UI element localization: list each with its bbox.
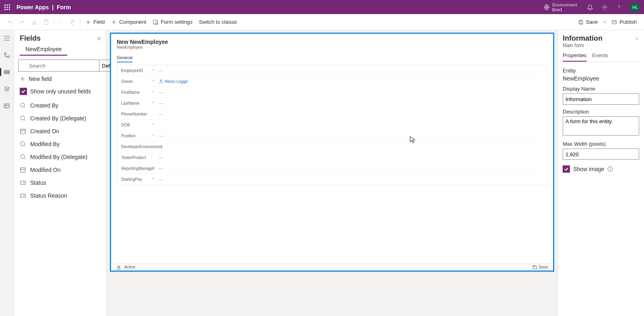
prop-maxwidth-input[interactable] [563,149,639,160]
svg-rect-5 [9,6,10,8]
field-list-item[interactable]: Created By [14,99,106,112]
app-header: Power Apps | Form Environment Env1 HL [0,0,644,14]
lookup-icon [20,115,26,122]
checkbox-checked-icon [20,88,27,95]
svg-rect-1 [6,4,8,6]
cut-button[interactable] [28,16,40,29]
form-field-row[interactable]: Owner*Henry Legge [121,76,543,87]
field-label: ReportingManager [121,166,153,171]
field-value: --- [159,134,163,138]
rail-data[interactable] [0,100,14,112]
field-list-label: Modified By (Delegate) [30,154,87,160]
props-tab-events[interactable]: Events [592,52,608,62]
notifications-button[interactable] [583,0,597,14]
field-list-item[interactable]: Modified By (Delegate) [14,151,106,163]
undo-icon [7,19,13,25]
choice-icon [20,192,26,199]
field-list-item[interactable]: Created On [14,125,106,138]
prop-description-label: Description [563,109,639,115]
fields-panel-close[interactable] [97,36,101,41]
canvas-form-body[interactable]: EmployeeID*---Owner*Henry LeggeFirstName… [117,65,547,185]
delete-button[interactable] [66,16,78,29]
fields-entity-tab[interactable]: NewEmployee [20,44,67,56]
rail-fields[interactable] [0,66,14,78]
show-unused-toggle[interactable]: Show only unused fields [14,86,106,99]
form-field-row[interactable]: Position*--- [121,130,543,141]
chevron-right-icon [634,36,639,41]
svg-point-27 [21,142,25,146]
add-field-button[interactable]: Field [82,16,108,29]
field-label: DeveloperEnvironment [121,145,153,149]
fields-icon [4,69,10,75]
field-list-item[interactable]: Modified By [14,138,106,151]
field-list-item[interactable]: Created By (Delegate) [14,112,106,125]
paste-button[interactable] [40,16,52,29]
form-field-row[interactable]: LastName*--- [121,98,543,109]
info-icon [607,166,613,172]
avatar[interactable]: HL [630,2,640,12]
fields-search-input[interactable] [18,60,99,72]
form-field-row[interactable]: ReportingManager*--- [121,163,543,174]
field-list-label: Status Reason [30,192,67,199]
environment-picker[interactable]: Environment Env1 [543,2,583,12]
field-list-item[interactable]: Modified On [14,163,106,176]
svg-rect-4 [6,6,8,8]
save-button[interactable]: Save [575,16,601,29]
fields-panel-title: Fields [20,34,41,43]
redo-button[interactable] [16,16,28,29]
switch-classic-button[interactable]: Switch to classic [196,16,240,29]
form-field-row[interactable]: EmployeeID*--- [121,65,543,76]
lock-icon [116,265,121,270]
prop-description-input[interactable] [563,116,639,136]
svg-rect-31 [21,194,25,197]
cut-icon [31,19,37,25]
prop-showimage-toggle[interactable]: Show image [563,165,639,173]
publish-button[interactable]: Publish [608,16,640,29]
lookup-icon [20,154,26,160]
new-field-button[interactable]: New field [14,72,106,86]
field-label: StartingPay [121,177,153,182]
required-marker: * [153,68,159,73]
rail-components[interactable] [0,83,14,95]
rail-hamburger[interactable] [0,33,14,44]
svg-point-28 [21,155,25,159]
form-field-row[interactable]: StartingPay*--- [121,174,543,185]
field-list-item[interactable]: Status Reason [14,189,106,202]
svg-rect-30 [21,181,25,184]
lookup-icon [20,141,26,147]
plus-icon [20,76,25,82]
props-expand-button[interactable] [634,36,639,41]
paste-dropdown[interactable] [56,16,66,29]
rail-tree[interactable] [0,50,14,61]
field-list-label: Created On [30,128,59,134]
save-dropdown[interactable] [601,16,608,29]
field-label: EmployeeID [121,68,153,73]
lookup-icon [20,102,26,109]
settings-button[interactable] [597,0,612,14]
help-button[interactable] [612,0,626,14]
props-tab-properties[interactable]: Properties [563,52,586,62]
form-settings-button[interactable]: Form settings [149,16,196,29]
form-field-row[interactable]: PhoneNumber--- [121,109,543,120]
svg-point-25 [21,116,25,120]
canvas-footer-save[interactable]: Save [539,265,548,269]
canvas-tab-general[interactable]: General [117,55,132,62]
delete-icon [70,19,75,25]
add-component-button[interactable]: Component [108,16,149,29]
waffle-button[interactable] [0,0,14,14]
form-canvas[interactable]: New NewEmployee NewEmployee General Empl… [110,33,554,272]
owner-value: Henry Legge [159,79,188,84]
field-label: Position [121,134,153,138]
form-field-row[interactable]: TesterProduct--- [121,152,543,163]
undo-button[interactable] [4,16,16,29]
field-list-label: Created By (Delegate) [30,115,86,122]
field-list-item[interactable]: Status [14,176,106,189]
form-canvas-wrap: New NewEmployee NewEmployee General Empl… [107,30,557,316]
form-field-row[interactable]: DeveloperEnvironment--- [121,141,543,152]
canvas-title: New NewEmployee [117,39,547,45]
field-value: --- [159,68,163,73]
form-field-row[interactable]: DOB* [121,120,543,130]
close-icon [97,36,101,41]
form-field-row[interactable]: FirstName*--- [121,87,543,98]
prop-displayname-input[interactable] [563,93,639,105]
